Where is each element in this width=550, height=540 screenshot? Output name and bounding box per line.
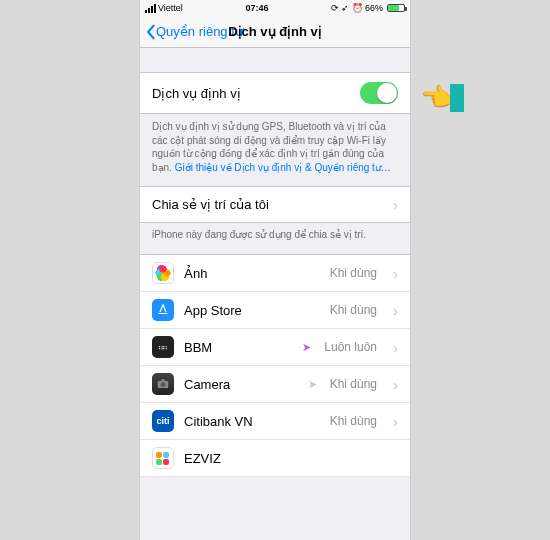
app-status-label: Luôn luôn [324,340,377,354]
carrier-label: Viettel [158,3,183,13]
app-cell-appstore[interactable]: App Store Khi dùng › [140,292,410,329]
app-status-label: Khi dùng [330,414,377,428]
privacy-info-link[interactable]: Giới thiệu về Dịch vụ định vị & Quyền ri… [175,162,391,173]
app-status-label: Khi dùng [330,303,377,317]
app-status-label: Khi dùng [330,266,377,280]
chevron-right-icon: › [393,413,398,430]
svg-rect-2 [161,379,165,381]
app-cell-camera[interactable]: Camera ➤ Khi dùng › [140,366,410,403]
app-list: Ảnh Khi dùng › App Store Khi dùng › ∷∷ B… [140,254,410,477]
share-my-location-cell[interactable]: Chia sẻ vị trí của tôi › [140,186,410,223]
ezviz-icon [152,447,174,469]
location-arrow-outline-icon: ➤ [308,378,317,391]
page-title: Dịch vụ định vị [228,24,322,39]
app-name-label: EZVIZ [184,451,398,466]
chevron-left-icon [145,24,156,40]
share-location-label: Chia sẻ vị trí của tôi [152,197,387,212]
location-arrow-active-icon: ➤ [302,341,311,354]
hand-cuff [450,84,464,112]
battery-icon [387,4,405,12]
chevron-right-icon: › [393,376,398,393]
app-name-label: App Store [184,303,320,318]
bbm-icon: ∷∷ [152,336,174,358]
photos-icon [152,262,174,284]
app-status-label: Khi dùng [330,377,377,391]
chevron-right-icon: › [393,265,398,282]
cell-signal-icon [145,4,156,13]
nav-bar: Quyền riêng tư Dịch vụ định vị [140,16,410,48]
app-cell-citibank[interactable]: citi Citibank VN Khi dùng › [140,403,410,440]
citibank-icon: citi [152,410,174,432]
app-cell-photos[interactable]: Ảnh Khi dùng › [140,255,410,292]
status-bar: Viettel 07:46 ⟳ ➶ ⏰ 66% [140,0,410,16]
app-name-label: BBM [184,340,292,355]
clock-label: 07:46 [183,3,331,13]
settings-screen: Viettel 07:46 ⟳ ➶ ⏰ 66% Quyền riêng tư D… [139,0,411,540]
appstore-icon [152,299,174,321]
location-services-description: Dịch vụ định vị sử dụng GPS, Bluetooth v… [140,114,410,186]
camera-icon [152,373,174,395]
app-name-label: Camera [184,377,298,392]
location-services-toggle[interactable] [360,82,398,104]
chevron-right-icon: › [393,302,398,319]
chevron-right-icon: › [393,196,398,213]
location-services-toggle-cell: Dịch vụ định vị [140,72,410,114]
scroll-content[interactable]: Dịch vụ định vị Dịch vụ định vị sử dụng … [140,48,410,540]
app-cell-ezviz[interactable]: EZVIZ [140,440,410,477]
chevron-right-icon: › [393,339,398,356]
share-location-footnote: iPhone này đang được sử dụng để chia sẻ … [140,223,410,254]
location-services-label: Dịch vụ định vị [152,86,360,101]
status-icons: ⟳ ➶ ⏰ [331,3,363,13]
app-name-label: Citibank VN [184,414,320,429]
svg-point-1 [161,382,166,387]
instruction-pointer: 👈 [420,82,464,113]
pointing-hand-icon: 👈 [420,82,452,113]
app-cell-bbm[interactable]: ∷∷ BBM ➤ Luôn luôn › [140,329,410,366]
app-name-label: Ảnh [184,266,320,281]
battery-pct-label: 66% [365,3,383,13]
